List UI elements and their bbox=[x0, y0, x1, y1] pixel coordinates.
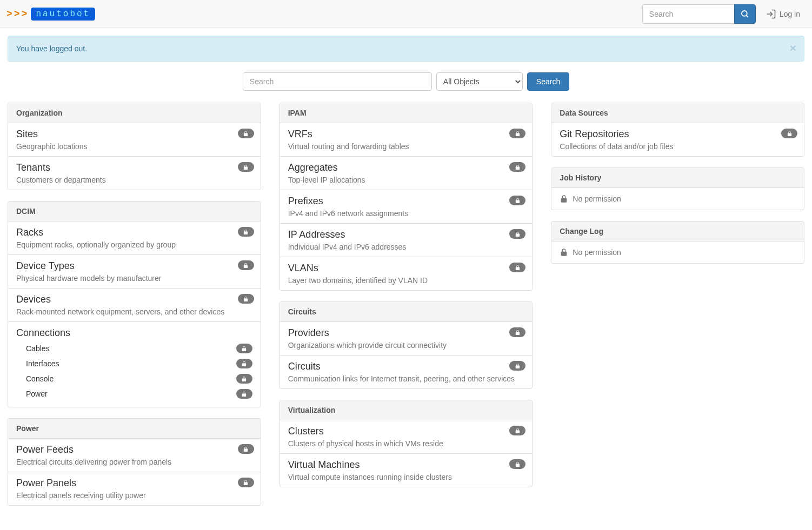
dashboard-column: OrganizationSitesGeographic locationsTen… bbox=[8, 103, 261, 506]
list-item-link[interactable]: Clusters bbox=[288, 426, 324, 437]
sublist-link[interactable]: Cables bbox=[26, 344, 50, 353]
list-item-link[interactable]: Device Types bbox=[16, 260, 75, 271]
list-item-title: Clusters bbox=[288, 426, 524, 437]
panel-heading: Circuits bbox=[280, 302, 533, 322]
lock-badge bbox=[238, 260, 254, 270]
lock-icon bbox=[243, 446, 249, 452]
list-item-link[interactable]: Racks bbox=[16, 227, 43, 238]
list-item-title: Power Feeds bbox=[16, 444, 252, 455]
navbar: >>> nautobot Log in bbox=[0, 0, 812, 28]
list-item: AggregatesTop-level IP allocations bbox=[280, 157, 533, 190]
lock-badge bbox=[236, 389, 252, 399]
list-item-link[interactable]: Tenants bbox=[16, 162, 50, 173]
panel: Job HistoryNo permission bbox=[551, 167, 804, 210]
lock-icon bbox=[515, 164, 521, 170]
list-item: ProvidersOrganizations which provide cir… bbox=[280, 322, 533, 355]
sublist-link[interactable]: Power bbox=[26, 390, 48, 398]
list-item: Git RepositoriesCollections of data and/… bbox=[551, 123, 804, 156]
list-item-desc: Organizations which provide circuit conn… bbox=[288, 341, 524, 350]
panel: PowerPower FeedsElectrical circuits deli… bbox=[8, 418, 261, 506]
panel: CircuitsProvidersOrganizations which pro… bbox=[279, 301, 533, 389]
main-search-button[interactable]: Search bbox=[527, 72, 569, 91]
panel-heading: Power bbox=[8, 419, 261, 439]
logout-alert: You have logged out. × bbox=[8, 36, 804, 62]
nav-search-input[interactable] bbox=[642, 4, 734, 24]
lock-icon bbox=[243, 263, 249, 269]
lock-icon bbox=[560, 248, 568, 257]
lock-badge bbox=[238, 294, 254, 304]
list-item-link[interactable]: VRFs bbox=[288, 129, 312, 139]
lock-icon bbox=[243, 480, 249, 486]
list-item-link[interactable]: Git Repositories bbox=[560, 129, 629, 139]
list-item: IP AddressesIndividual IPv4 and IPv6 add… bbox=[280, 224, 533, 257]
list-item-link[interactable]: Providers bbox=[288, 327, 329, 338]
list-item-desc: Virtual compute instances running inside… bbox=[288, 473, 524, 481]
main-search-scope-select[interactable]: All Objects bbox=[436, 72, 523, 91]
list-item-desc: Physical hardware models by manufacturer bbox=[16, 274, 252, 283]
list-item-title: Circuits bbox=[288, 361, 524, 372]
list-item-link[interactable]: Connections bbox=[16, 327, 70, 338]
lock-badge bbox=[238, 478, 254, 487]
list-item: RacksEquipment racks, optionally organiz… bbox=[8, 222, 261, 255]
list-item: ClustersClusters of physical hosts in wh… bbox=[280, 420, 533, 454]
list-item: Device TypesPhysical hardware models by … bbox=[8, 255, 261, 289]
list-item-link[interactable]: Aggregates bbox=[288, 162, 338, 173]
list-item-link[interactable]: Prefixes bbox=[288, 196, 323, 206]
lock-icon bbox=[241, 391, 247, 397]
list-item-link[interactable]: Power Panels bbox=[16, 478, 76, 488]
login-link[interactable]: Log in bbox=[760, 4, 806, 24]
panel-heading: Virtualization bbox=[280, 400, 533, 420]
list-item-link[interactable]: Sites bbox=[16, 129, 38, 139]
lock-icon bbox=[243, 296, 249, 302]
svg-line-1 bbox=[746, 15, 748, 17]
lock-icon bbox=[560, 194, 568, 203]
panel: OrganizationSitesGeographic locationsTen… bbox=[8, 103, 261, 190]
list-item-link[interactable]: Virtual Machines bbox=[288, 459, 360, 470]
lock-badge bbox=[509, 327, 525, 337]
list-item-title: Power Panels bbox=[16, 478, 252, 489]
list-item-desc: Communication links for Internet transit… bbox=[288, 374, 524, 383]
dashboard-column: Data SourcesGit RepositoriesCollections … bbox=[551, 103, 804, 264]
lock-badge bbox=[509, 459, 525, 469]
list-item-title: VLANs bbox=[288, 263, 524, 274]
lock-badge bbox=[781, 129, 797, 138]
list-item-link[interactable]: Power Feeds bbox=[16, 444, 74, 455]
list-item-link[interactable]: Devices bbox=[16, 294, 51, 305]
list-item-desc: Geographic locations bbox=[16, 142, 252, 151]
main-search-input[interactable] bbox=[243, 72, 432, 91]
sublist-item: Cables bbox=[26, 341, 252, 356]
lock-icon bbox=[787, 131, 793, 137]
list-item-title: VRFs bbox=[288, 129, 524, 140]
sublist-link[interactable]: Interfaces bbox=[26, 359, 59, 368]
lock-badge bbox=[238, 444, 254, 454]
lock-icon bbox=[243, 164, 249, 170]
list-item: Virtual MachinesVirtual compute instance… bbox=[280, 454, 533, 487]
lock-badge bbox=[236, 359, 252, 368]
lock-icon bbox=[243, 229, 249, 235]
login-label: Log in bbox=[780, 10, 800, 18]
lock-icon bbox=[241, 346, 247, 352]
lock-badge bbox=[238, 129, 254, 138]
panel-heading: Change Log bbox=[551, 222, 804, 241]
list-item: SitesGeographic locations bbox=[8, 123, 261, 157]
lock-icon bbox=[515, 428, 521, 434]
sublist-link[interactable]: Console bbox=[26, 374, 54, 383]
list-item-link[interactable]: VLANs bbox=[288, 263, 318, 273]
nav-search-button[interactable] bbox=[734, 4, 756, 24]
lock-badge bbox=[238, 227, 254, 237]
dashboard-column: IPAMVRFsVirtual routing and forwarding t… bbox=[279, 103, 533, 487]
svg-point-0 bbox=[742, 11, 747, 16]
list-item-title: Git Repositories bbox=[560, 129, 796, 140]
alert-close-button[interactable]: × bbox=[790, 42, 796, 55]
logo-name: nautobot bbox=[31, 8, 95, 21]
lock-badge bbox=[509, 229, 525, 239]
login-icon bbox=[766, 9, 776, 19]
list-item-desc: Equipment racks, optionally organized by… bbox=[16, 240, 252, 249]
list-item-title: Connections bbox=[16, 327, 252, 339]
list-item-title: Devices bbox=[16, 294, 252, 305]
main-search-form: All Objects Search bbox=[8, 72, 804, 91]
logo[interactable]: >>> nautobot bbox=[6, 8, 95, 21]
list-item-link[interactable]: Circuits bbox=[288, 361, 321, 372]
list-item-link[interactable]: IP Addresses bbox=[288, 229, 345, 240]
panel-heading: Data Sources bbox=[551, 103, 804, 123]
